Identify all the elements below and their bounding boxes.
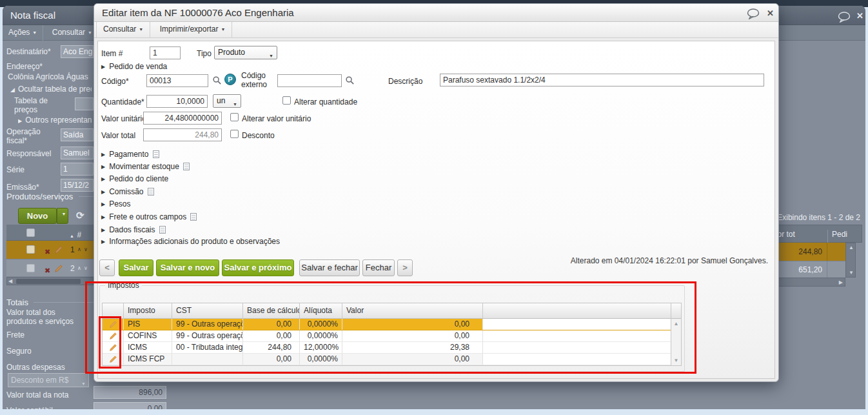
unidade-select[interactable]: un▼	[213, 94, 241, 108]
section-dados-fiscais[interactable]: Dados fiscais	[101, 225, 166, 234]
valor-unitario-input[interactable]	[143, 112, 222, 125]
section-pedido-do-cliente[interactable]: Pedido do cliente	[101, 174, 168, 183]
codigo-externo-label: Código externo	[241, 71, 276, 89]
comment-bubble-icon[interactable]	[746, 8, 762, 22]
codigo-input[interactable]	[146, 74, 208, 87]
produto-row-2[interactable]: 2 ∧ ∨	[6, 259, 94, 276]
caret-down-icon: ▼	[81, 378, 86, 390]
menu-consultar-window[interactable]: Consultar▼	[46, 25, 99, 41]
search-icon[interactable]	[212, 76, 222, 85]
descricao-label: Descrição	[388, 77, 422, 86]
section-pesos[interactable]: Pesos	[101, 199, 131, 208]
tipo-select[interactable]: Produto▼	[214, 46, 277, 59]
menu-acoes[interactable]: Ações▼	[3, 25, 43, 41]
produtos-hscrollbar[interactable]: ◀	[6, 277, 94, 285]
valor-total-input[interactable]	[143, 128, 222, 141]
salvar-e-fechar-button[interactable]: Salvar e fechar	[299, 259, 360, 276]
note-icon[interactable]	[183, 163, 190, 170]
produtos-num-header[interactable]: #	[70, 228, 81, 240]
product-info-icon[interactable]	[224, 74, 236, 85]
search-icon[interactable]	[345, 76, 355, 85]
scroll-left-icon[interactable]: ◀	[8, 278, 12, 284]
valor-contabil-field: 0.00	[94, 402, 166, 409]
section-pagamento[interactable]: Pagamento	[101, 149, 159, 159]
endereco-value: Colônia Agrícola Águas	[8, 72, 94, 81]
novo-dropdown-button[interactable]: ▼	[57, 208, 68, 224]
right-vscrollbar[interactable]: ▲ ▼	[845, 243, 856, 278]
codigo-label: Código*	[101, 77, 129, 86]
alterar-quantidade-checkbox[interactable]	[282, 96, 291, 105]
scroll-thumb[interactable]	[16, 279, 81, 284]
cell-divider	[827, 243, 827, 261]
annotation-rect-pencil-column	[99, 316, 121, 369]
ocultar-tabela-toggle[interactable]: Ocultar tabela de preços	[10, 85, 92, 94]
descricao-input[interactable]	[440, 74, 764, 86]
fechar-button[interactable]: Fechar	[362, 259, 395, 276]
alterar-valor-checkbox[interactable]	[230, 113, 239, 121]
edit-pencil-icon[interactable]	[54, 245, 63, 254]
comment-bubble-icon[interactable]	[837, 12, 853, 25]
produto-row-1[interactable]: 1 ∧ ∨	[6, 241, 94, 259]
item-label: Item #	[101, 49, 123, 58]
modal-title: Editar item da NF 10000076 Aco Engenhari…	[102, 7, 294, 18]
operacao-fiscal-field[interactable]: Saída	[61, 128, 94, 141]
delete-icon[interactable]	[44, 245, 50, 257]
section-frete-outros[interactable]: Frete e outros campos	[101, 212, 197, 221]
desconto-checkbox[interactable]	[230, 130, 239, 138]
audit-text: Alterado em 04/01/2024 16:22:01 por Samu…	[497, 256, 768, 265]
modal-close-icon[interactable]	[767, 8, 774, 18]
row-num: 2	[70, 264, 75, 273]
delete-icon[interactable]	[44, 264, 50, 276]
scroll-right-icon[interactable]: ▶	[839, 279, 843, 285]
desconto-label: Desconto	[242, 131, 275, 140]
salvar-e-proximo-button[interactable]: Salvar e próximo	[222, 259, 294, 276]
scroll-up-icon[interactable]: ▲	[849, 245, 854, 250]
note-icon[interactable]	[148, 188, 154, 196]
note-icon[interactable]	[159, 226, 166, 234]
salvar-e-novo-button[interactable]: Salvar e novo	[156, 259, 219, 276]
novo-button[interactable]: Novo	[18, 208, 57, 224]
item-input[interactable]	[150, 46, 181, 59]
move-up-down-icons[interactable]: ∧ ∨	[77, 247, 88, 252]
caret-down-icon: ▼	[32, 30, 37, 35]
valor-unitario-label: Valor unitário	[101, 114, 146, 123]
section-pedido-de-venda[interactable]: Pedido de venda	[101, 62, 167, 71]
select-all-checkbox[interactable]	[26, 228, 35, 237]
serie-field[interactable]: 1	[61, 163, 94, 176]
valor-total-nota-label: Valor total da nota	[6, 390, 69, 400]
cell-divider	[827, 261, 827, 278]
codigo-externo-input[interactable]	[277, 74, 342, 87]
caret-down-icon: ▼	[269, 50, 273, 62]
section-comissao[interactable]: Comissão	[101, 187, 154, 196]
caret-down-icon: ▼	[139, 27, 143, 32]
row-checkbox[interactable]	[26, 245, 35, 254]
window-close-icon[interactable]	[856, 11, 863, 21]
modal-toolbar: Consultar▼ Imprimir/exportar▼	[94, 22, 778, 38]
refresh-icon[interactable]	[76, 210, 84, 221]
quantidade-input[interactable]	[146, 95, 208, 108]
salvar-button[interactable]: Salvar	[119, 259, 153, 276]
row-checkbox[interactable]	[26, 264, 35, 272]
responsavel-field[interactable]: Samuel	[61, 147, 94, 159]
destinatario-field[interactable]: Aco Eng	[61, 45, 94, 58]
note-icon[interactable]	[190, 213, 197, 221]
desconto-select[interactable]: Desconto em R$▼	[8, 373, 89, 387]
prev-item-button[interactable]: <	[99, 259, 115, 276]
emissao-field[interactable]: 15/12/2	[61, 179, 94, 192]
scroll-down-icon[interactable]: ▼	[849, 270, 854, 276]
row-num: 1	[70, 245, 75, 254]
move-up-down-icons[interactable]: ∧ ∨	[77, 265, 88, 271]
frete-label: Frete	[6, 330, 25, 339]
note-icon[interactable]	[153, 150, 159, 158]
menu-consultar-modal[interactable]: Consultar▼	[96, 22, 150, 37]
next-item-button[interactable]: >	[397, 259, 413, 276]
menu-imprimir-exportar[interactable]: Imprimir/exportar▼	[153, 22, 233, 37]
alterar-valor-label: Alterar valor unitário	[242, 114, 311, 123]
section-informacoes-adicionais[interactable]: Informações adicionais do produto e obse…	[101, 237, 280, 246]
edit-pencil-icon[interactable]	[54, 264, 63, 273]
annotation-rect-impostos	[85, 281, 696, 374]
tipo-label: Tipo	[197, 49, 212, 58]
tabela-precos-field[interactable]	[75, 97, 94, 110]
section-movimentar-estoque[interactable]: Movimentar estoque	[101, 161, 190, 171]
outros-representantes-toggle[interactable]: Outros representantes	[18, 116, 92, 126]
